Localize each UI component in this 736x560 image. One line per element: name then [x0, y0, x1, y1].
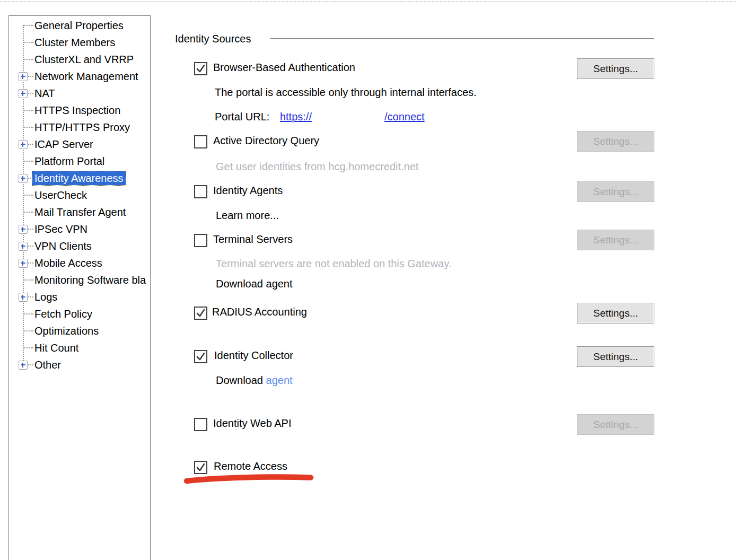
tree-row: General Properties — [9, 17, 150, 34]
tree-expander[interactable] — [19, 89, 28, 98]
tree-row: Network Management — [9, 68, 150, 85]
active-directory-query-description: Get user identities from hcg.homecredit.… — [216, 161, 418, 173]
browser-based-authentication-checkbox[interactable] — [194, 62, 207, 75]
sidebar-item-vpn-clients[interactable]: VPN Clients — [34, 239, 92, 253]
terminal-servers-label: Terminal Servers — [213, 233, 293, 246]
sidebar-item-logs[interactable]: Logs — [34, 290, 57, 304]
identity-web-api-label: Identity Web API — [213, 417, 292, 430]
identity-agents-learn-more-link[interactable]: Learn more... — [216, 209, 279, 222]
identity-collector-download-row: Download agent — [216, 374, 293, 387]
sidebar-item-other[interactable]: Other — [34, 358, 61, 372]
portal-access-description: The portal is accessible only through in… — [215, 86, 477, 99]
browser-based-authentication-label: Browser-Based Authentication — [213, 62, 355, 74]
tree-expander[interactable] — [19, 174, 28, 183]
tree-row: HTTPS Inspection — [9, 102, 150, 119]
sidebar-item-ipsec-vpn[interactable]: IPSec VPN — [34, 222, 87, 236]
sidebar-item-monitoring-software-blades[interactable]: Monitoring Software bla — [34, 273, 146, 287]
group-title-rule — [270, 38, 654, 39]
terminal-servers-checkbox[interactable] — [194, 234, 207, 247]
tree-row: UserCheck — [9, 187, 150, 204]
tree-row: IPSec VPN — [9, 221, 150, 238]
identity-collector-label: Identity Collector — [214, 349, 293, 362]
tree-row: Fetch Policy — [9, 305, 150, 322]
tree-expander[interactable] — [19, 259, 28, 268]
sidebar-item-identity-awareness[interactable]: Identity Awareness — [32, 171, 126, 185]
active-directory-query-checkbox[interactable] — [194, 135, 207, 148]
identity-collector-settings-button[interactable]: Settings... — [577, 346, 654, 367]
active-directory-query-settings-button: Settings... — [577, 131, 654, 152]
portal-url-label: Portal URL: — [215, 111, 269, 122]
tree-expander[interactable] — [19, 293, 28, 302]
sidebar-item-optimizations[interactable]: Optimizations — [34, 324, 99, 338]
identity-web-api-settings-button: Settings... — [577, 414, 654, 435]
sidebar-item-mail-transfer-agent[interactable]: Mail Transfer Agent — [34, 205, 126, 219]
identity-agents-settings-button: Settings... — [577, 181, 654, 202]
browser-based-authentication-settings-button[interactable]: Settings... — [577, 58, 654, 79]
identity-sources-group-title: Identity Sources — [175, 33, 251, 45]
tree-row: NAT — [9, 85, 150, 102]
identity-agents-label: Identity Agents — [213, 185, 283, 197]
tree-row: Identity Awareness — [9, 170, 150, 187]
tree-row: VPN Clients — [9, 238, 150, 255]
tree-row: HTTP/HTTPS Proxy — [9, 119, 150, 136]
tree-row: ClusterXL and VRRP — [9, 51, 150, 68]
tree-row: Mobile Access — [9, 255, 150, 272]
sidebar-item-https-inspection[interactable]: HTTPS Inspection — [34, 103, 120, 117]
identity-collector-agent-link[interactable]: agent — [266, 374, 293, 386]
sidebar-item-clusterxl-and-vrrp[interactable]: ClusterXL and VRRP — [34, 52, 134, 66]
tree-row: Cluster Members — [9, 34, 150, 51]
sidebar-item-usercheck[interactable]: UserCheck — [34, 188, 87, 202]
tree-row: Mail Transfer Agent — [9, 204, 150, 221]
tree-expander[interactable] — [19, 140, 28, 149]
tree-row: ICAP Server — [9, 136, 150, 153]
tree-row: Monitoring Software bla — [9, 272, 150, 288]
portal-url-row: Portal URL: https:///connect — [215, 111, 425, 123]
radius-accounting-label: RADIUS Accounting — [212, 306, 307, 318]
tree-row: Hit Count — [9, 339, 150, 356]
tree-expander[interactable] — [19, 72, 28, 81]
identity-agents-checkbox[interactable] — [194, 185, 207, 198]
sidebar-item-hit-count[interactable]: Hit Count — [34, 341, 78, 355]
sidebar-item-nat[interactable]: NAT — [34, 86, 55, 100]
sidebar-item-fetch-policy[interactable]: Fetch Policy — [34, 307, 92, 321]
tree-expander[interactable] — [19, 242, 28, 251]
identity-collector-checkbox[interactable] — [194, 350, 207, 363]
tree-row: Other — [9, 356, 150, 373]
download-prefix: Download — [216, 374, 266, 386]
sidebar-item-general-properties[interactable]: General Properties — [34, 19, 124, 32]
radius-accounting-settings-button[interactable]: Settings... — [577, 303, 654, 323]
active-directory-query-label: Active Directory Query — [213, 135, 319, 147]
identity-web-api-checkbox[interactable] — [194, 418, 207, 431]
sidebar-item-platform-portal[interactable]: Platform Portal — [34, 154, 104, 168]
tree-row: Optimizations — [9, 322, 150, 339]
sidebar-item-icap-server[interactable]: ICAP Server — [34, 137, 93, 151]
sidebar-item-network-management[interactable]: Network Management — [34, 69, 138, 83]
radius-accounting-checkbox[interactable] — [194, 307, 207, 320]
gateway-properties-tree: General Properties Cluster Members Clust… — [8, 15, 151, 560]
terminal-servers-settings-button: Settings... — [577, 230, 654, 250]
red-underline-annotation — [182, 470, 316, 487]
portal-url-connect-link[interactable]: /connect — [384, 111, 425, 122]
terminal-servers-download-agent-link[interactable]: Download agent — [216, 278, 293, 290]
tree-expander[interactable] — [19, 361, 28, 370]
tree-expander[interactable] — [19, 225, 28, 234]
sidebar-item-cluster-members[interactable]: Cluster Members — [34, 36, 115, 49]
sidebar-item-mobile-access[interactable]: Mobile Access — [34, 256, 102, 270]
sidebar-item-http-https-proxy[interactable]: HTTP/HTTPS Proxy — [34, 120, 130, 134]
tree-row: Platform Portal — [9, 153, 150, 170]
tree-row: Logs — [9, 288, 150, 305]
portal-url-scheme-link[interactable]: https:// — [280, 111, 312, 122]
terminal-servers-description: Terminal servers are not enabled on this… — [216, 258, 451, 270]
top-divider — [0, 1, 736, 2]
